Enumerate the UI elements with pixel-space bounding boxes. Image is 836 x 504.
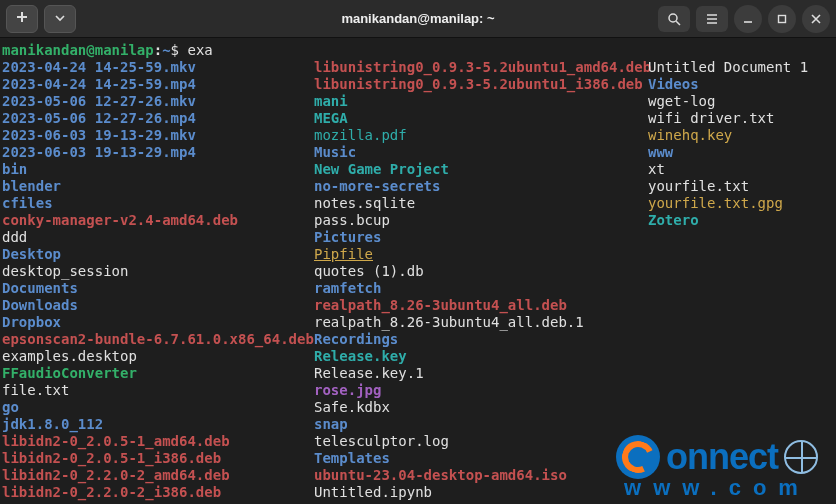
prompt-line: manikandan@manilap:~$ exa — [2, 42, 834, 59]
listing-entry: Music — [314, 144, 648, 161]
listing-entry: Pictures — [314, 229, 648, 246]
listing-entry: examples.desktop — [2, 348, 314, 365]
minimize-icon — [742, 13, 754, 25]
listing-entry: go — [2, 399, 314, 416]
listing-entry: quotes (1).db — [314, 263, 648, 280]
listing-entry: Release.key — [314, 348, 648, 365]
listing-col-1: 2023-04-24 14-25-59.mkv2023-04-24 14-25-… — [2, 59, 314, 501]
listing-entry: libidn2-0_2.2.0-2_amd64.deb — [2, 467, 314, 484]
svg-point-0 — [669, 14, 677, 22]
listing-entry: notes.sqlite — [314, 195, 648, 212]
listing-entry: mani — [314, 93, 648, 110]
listing-entry: pass.bcup — [314, 212, 648, 229]
listing-entry: Downloads — [2, 297, 314, 314]
listing-entry: Zotero — [648, 212, 834, 229]
listing-col-3: Untitled Document 1Videoswget-logwifi dr… — [648, 59, 834, 229]
tab-menu-button[interactable] — [44, 5, 76, 33]
prompt-dollar: $ — [171, 42, 188, 58]
svg-rect-1 — [779, 15, 786, 22]
maximize-icon — [776, 13, 788, 25]
listing-entry: 2023-06-03 19-13-29.mkv — [2, 127, 314, 144]
listing-entry: xt — [648, 161, 834, 178]
listing-entry: Untitled Document 1 — [648, 59, 834, 76]
listing-entry: 2023-05-06 12-27-26.mkv — [2, 93, 314, 110]
listing-entry: FFaudioConverter — [2, 365, 314, 382]
listing-entry: libidn2-0_2.0.5-1_i386.deb — [2, 450, 314, 467]
new-tab-button[interactable] — [6, 5, 38, 33]
chevron-down-icon — [55, 10, 65, 27]
listing-entry: 2023-05-06 12-27-26.mp4 — [2, 110, 314, 127]
prompt-colon: : — [154, 42, 162, 58]
listing-entry: ubuntu-23.04-desktop-amd64.iso — [314, 467, 648, 484]
hamburger-icon — [705, 12, 719, 26]
listing-entry: Dropbox — [2, 314, 314, 331]
listing-entry: snap — [314, 416, 648, 433]
close-button[interactable] — [802, 5, 830, 33]
listing-entry: libidn2-0_2.2.0-2_i386.deb — [2, 484, 314, 501]
listing-entry: realpath_8.26-3ubuntu4_all.deb — [314, 297, 648, 314]
listing-entry: cfiles — [2, 195, 314, 212]
listing-entry: Recordings — [314, 331, 648, 348]
listing-entry: www — [648, 144, 834, 161]
listing-entry: wifi driver.txt — [648, 110, 834, 127]
listing-entry: Pipfile — [314, 246, 648, 263]
hamburger-menu-button[interactable] — [696, 6, 728, 32]
listing-entry: yourfile.txt.gpg — [648, 195, 834, 212]
search-button[interactable] — [658, 6, 690, 32]
maximize-button[interactable] — [768, 5, 796, 33]
listing-entry: realpath_8.26-3ubuntu4_all.deb.1 — [314, 314, 648, 331]
listing-entry: 2023-06-03 19-13-29.mp4 — [2, 144, 314, 161]
listing-entry: file.txt — [2, 382, 314, 399]
listing-entry: 2023-04-24 14-25-59.mkv — [2, 59, 314, 76]
listing-entry: mozilla.pdf — [314, 127, 648, 144]
listing-entry: epsonscan2-bundle-6.7.61.0.x86_64.deb — [2, 331, 314, 348]
listing-entry: New Game Project — [314, 161, 648, 178]
listing-entry: wget-log — [648, 93, 834, 110]
listing-entry: rose.jpg — [314, 382, 648, 399]
listing-entry: Untitled.ipynb — [314, 484, 648, 501]
plus-icon — [16, 10, 28, 27]
listing-entry: Desktop — [2, 246, 314, 263]
listing-entry: no-more-secrets — [314, 178, 648, 195]
terminal-viewport[interactable]: manikandan@manilap:~$ exa 2023-04-24 14-… — [0, 38, 836, 501]
listing-entry: Safe.kdbx — [314, 399, 648, 416]
listing-entry: jdk1.8.0_112 — [2, 416, 314, 433]
listing-entry: telesculptor.log — [314, 433, 648, 450]
listing-entry: desktop_session — [2, 263, 314, 280]
listing-entry: ddd — [2, 229, 314, 246]
listing-entry: winehq.key — [648, 127, 834, 144]
listing-entry: Templates — [314, 450, 648, 467]
listing-entry: yourfile.txt — [648, 178, 834, 195]
listing-columns: 2023-04-24 14-25-59.mkv2023-04-24 14-25-… — [2, 59, 834, 501]
listing-entry: bin — [2, 161, 314, 178]
listing-entry: libidn2-0_2.0.5-1_amd64.deb — [2, 433, 314, 450]
listing-entry: ramfetch — [314, 280, 648, 297]
close-icon — [810, 13, 822, 25]
prompt-path: ~ — [162, 42, 170, 58]
window-titlebar: manikandan@manilap: ~ — [0, 0, 836, 38]
prompt-user-host: manikandan@manilap — [2, 42, 154, 58]
listing-entry: blender — [2, 178, 314, 195]
listing-entry: MEGA — [314, 110, 648, 127]
listing-entry: Documents — [2, 280, 314, 297]
listing-entry: Videos — [648, 76, 834, 93]
prompt-command: exa — [187, 42, 212, 58]
listing-entry: conky-manager-v2.4-amd64.deb — [2, 212, 314, 229]
listing-entry: libunistring0_0.9.3-5.2ubuntu1_amd64.deb — [314, 59, 648, 76]
search-icon — [667, 12, 681, 26]
listing-entry: 2023-04-24 14-25-59.mp4 — [2, 76, 314, 93]
listing-entry: libunistring0_0.9.3-5.2ubuntu1_i386.deb — [314, 76, 648, 93]
listing-entry: Release.key.1 — [314, 365, 648, 382]
listing-col-2: libunistring0_0.9.3-5.2ubuntu1_amd64.deb… — [314, 59, 648, 501]
minimize-button[interactable] — [734, 5, 762, 33]
